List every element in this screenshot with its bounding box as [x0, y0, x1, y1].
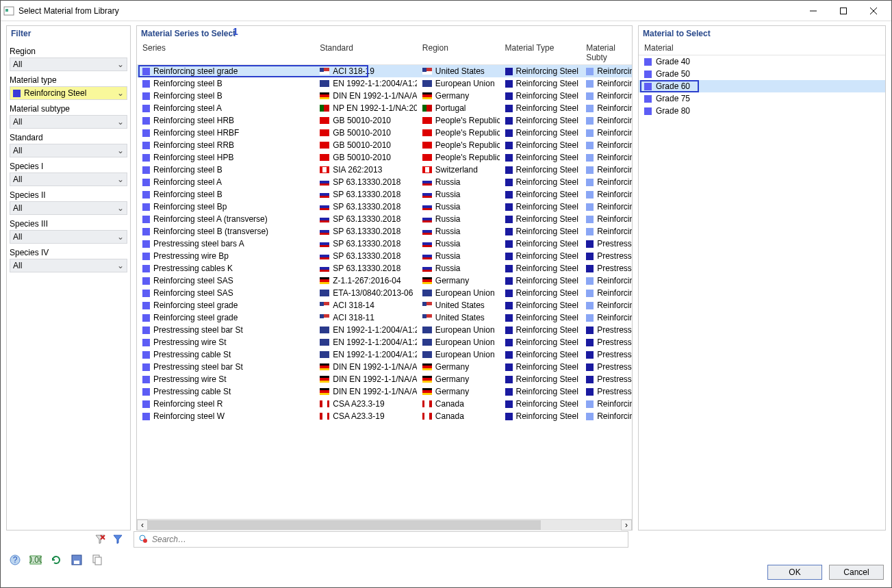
flag-icon	[422, 413, 432, 420]
flag-icon	[422, 154, 432, 161]
series-row[interactable]: Reinforcing steel HRBGB 50010-2010People…	[137, 114, 632, 127]
filter-mtype-label: Material type	[10, 75, 127, 85]
scroll-thumb[interactable]	[148, 520, 541, 530]
material-swatch-icon	[644, 95, 652, 103]
filter-species4-select[interactable]: All⌄	[10, 259, 127, 272]
series-row[interactable]: Reinforcing steel SASETA-13/0840:2013-06…	[137, 287, 632, 299]
series-swatch-icon	[142, 240, 150, 248]
series-row[interactable]: Prestressing steel bars ASP 63.13330.201…	[137, 238, 632, 250]
material-row[interactable]: Grade 75	[639, 92, 885, 105]
maximize-button[interactable]	[828, 1, 858, 21]
flag-icon	[320, 277, 329, 284]
col-msub[interactable]: Material Subty	[581, 41, 632, 64]
series-row[interactable]: Prestressing wire StEN 1992-1-1:2004/A1:…	[137, 336, 632, 348]
subtype-swatch-icon	[586, 376, 594, 383]
col-standard[interactable]: Standard	[314, 41, 417, 64]
filter-button[interactable]	[110, 532, 125, 547]
type-swatch-icon	[505, 68, 513, 75]
series-row[interactable]: Prestressing steel bar StDIN EN 1992-1-1…	[137, 361, 632, 373]
series-row[interactable]: Reinforcing steel BEN 1992-1-1:2004/A1:2…	[137, 77, 632, 90]
type-swatch-icon	[505, 80, 513, 88]
cancel-button[interactable]: Cancel	[829, 565, 884, 580]
filter-header: Filter	[7, 26, 130, 41]
material-swatch-icon	[644, 71, 652, 78]
series-row[interactable]: Prestressing cable StEN 1992-1-1:2004/A1…	[137, 348, 632, 361]
series-swatch-icon	[142, 129, 150, 137]
flag-icon	[422, 339, 432, 346]
series-swatch-icon	[142, 228, 150, 235]
subtype-swatch-icon	[586, 240, 594, 248]
chevron-down-icon: ⌄	[117, 60, 124, 69]
series-swatch-icon	[142, 265, 150, 272]
series-row[interactable]: Reinforcing steel A (transverse)SP 63.13…	[137, 213, 632, 225]
copy-button[interactable]	[90, 552, 105, 567]
series-row[interactable]: Reinforcing steel B (transverse)SP 63.13…	[137, 225, 632, 238]
col-region[interactable]: Region	[417, 41, 500, 64]
type-swatch-icon	[505, 388, 513, 396]
series-row[interactable]: Reinforcing steel BDIN EN 1992-1-1/NA/A1…	[137, 90, 632, 102]
clear-filter-button[interactable]	[92, 532, 107, 547]
series-row[interactable]: Reinforcing steel ASP 63.13330.2018Russi…	[137, 176, 632, 188]
minimize-button[interactable]	[798, 1, 828, 21]
series-row[interactable]: Reinforcing steel RRBGB 50010-2010People…	[137, 139, 632, 151]
series-row[interactable]: Reinforcing steel HRBFGB 50010-2010Peopl…	[137, 127, 632, 139]
material-row[interactable]: Grade 60	[639, 80, 885, 92]
filter-panel: Filter Region All⌄ Material type Reinfor…	[6, 25, 131, 531]
series-swatch-icon	[142, 92, 150, 100]
filter-region-select[interactable]: All⌄	[10, 57, 127, 71]
chevron-down-icon: ⌄	[117, 117, 124, 127]
ok-button[interactable]: OK	[767, 565, 822, 580]
help-button[interactable]: ?	[8, 552, 23, 567]
col-series[interactable]: Series	[137, 41, 314, 64]
flag-icon	[422, 80, 432, 87]
col-mtype[interactable]: Material Type	[500, 41, 581, 64]
series-row[interactable]: Reinforcing steel BSIA 262:2013Switzerla…	[137, 164, 632, 176]
flag-icon	[422, 351, 432, 358]
series-row[interactable]: Reinforcing steel BSP 63.13330.2018Russi…	[137, 188, 632, 201]
series-row[interactable]: Reinforcing steel BpSP 63.13330.2018Russ…	[137, 201, 632, 213]
close-button[interactable]	[858, 1, 889, 21]
scroll-left-button[interactable]: ‹	[137, 520, 148, 531]
save-button[interactable]	[69, 552, 84, 567]
filter-standard-select[interactable]: All⌄	[10, 144, 127, 157]
filter-species3-select[interactable]: All⌄	[10, 230, 127, 244]
horizontal-scrollbar[interactable]: ‹ ›	[137, 519, 632, 530]
svg-rect-17	[95, 557, 101, 565]
flag-icon	[422, 363, 432, 370]
series-row[interactable]: Reinforcing steel WCSA A23.3-19CanadaRei…	[137, 410, 632, 422]
col-material[interactable]: Material	[639, 41, 885, 55]
reload-button[interactable]	[49, 552, 64, 567]
series-row[interactable]: Prestressing cable StDIN EN 1992-1-1/NA/…	[137, 385, 632, 398]
series-row[interactable]: Reinforcing steel ANP EN 1992-1-1/NA:201…	[137, 102, 632, 114]
series-row[interactable]: Prestressing cables KSP 63.13330.2018Rus…	[137, 262, 632, 274]
scroll-right-button[interactable]: ›	[621, 520, 632, 531]
units-button[interactable]: 0.00	[28, 552, 43, 567]
series-row[interactable]: Prestressing wire BpSP 63.13330.2018Russ…	[137, 250, 632, 262]
series-swatch-icon	[142, 339, 150, 346]
series-row[interactable]: Reinforcing steel SASZ-1.1-267:2016-04Ge…	[137, 274, 632, 287]
material-row[interactable]: Grade 40	[639, 55, 885, 68]
series-row[interactable]: Reinforcing steel gradeACI 318-19United …	[137, 65, 632, 77]
material-row[interactable]: Grade 50	[639, 68, 885, 80]
filter-species2-select[interactable]: All⌄	[10, 201, 127, 215]
material-grid-body[interactable]: 2 Grade 40Grade 50Grade 60Grade 75Grade …	[639, 55, 885, 530]
subtype-swatch-icon	[586, 388, 594, 396]
filter-species1-select[interactable]: All⌄	[10, 172, 127, 186]
series-row[interactable]: Reinforcing steel HPBGB 50010-2010People…	[137, 151, 632, 164]
type-swatch-icon	[505, 351, 513, 359]
series-row[interactable]: Reinforcing steel gradeACI 318-11United …	[137, 311, 632, 324]
type-swatch-icon	[505, 302, 513, 309]
series-row[interactable]: Prestressing wire StDIN EN 1992-1-1/NA/A…	[137, 373, 632, 385]
series-row[interactable]: Reinforcing steel RCSA A23.3-19CanadaRei…	[137, 398, 632, 410]
series-grid-body[interactable]: Reinforcing steel gradeACI 318-19United …	[137, 65, 632, 519]
material-row[interactable]: Grade 80	[639, 105, 885, 117]
filter-mtype-select[interactable]: Reinforcing Steel⌄	[10, 86, 127, 100]
filter-species4-label: Species IV	[10, 248, 127, 257]
scroll-track[interactable]	[148, 520, 621, 531]
filter-msubtype-select[interactable]: All⌄	[10, 115, 127, 129]
search-input[interactable]	[152, 535, 624, 544]
series-row[interactable]: Prestressing steel bar StEN 1992-1-1:200…	[137, 324, 632, 336]
series-row[interactable]: Reinforcing steel gradeACI 318-14United …	[137, 299, 632, 311]
flag-icon	[422, 117, 432, 124]
chevron-down-icon: ⌄	[117, 88, 124, 98]
